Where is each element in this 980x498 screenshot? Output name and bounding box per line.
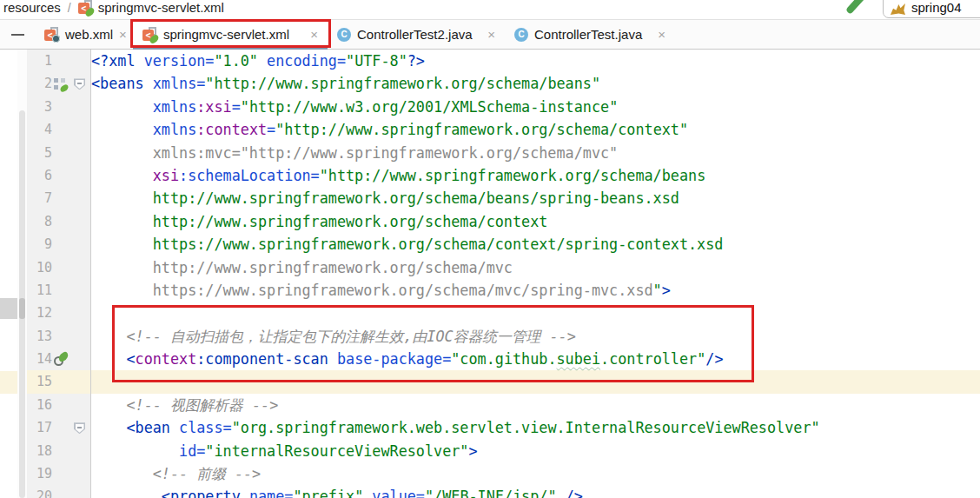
line-number: 16 <box>27 394 52 416</box>
code-segment: "http://www.springframework.org/schema/b… <box>205 75 600 92</box>
line-number: 13 <box>27 325 52 348</box>
code-segment <box>91 396 126 414</box>
gutter-row: 2 <box>27 72 90 95</box>
breadcrumb-separator: / <box>66 1 73 15</box>
tomcat-icon <box>891 3 905 15</box>
xml-web-icon <box>44 27 59 42</box>
code-segment: <bean <box>126 419 179 436</box>
tab-close-icon[interactable]: × <box>310 28 318 41</box>
spring-beans-icon[interactable] <box>54 77 68 91</box>
tab-controllertest2-java[interactable]: ControllerTest2.java× <box>328 20 505 49</box>
editor-gutter: 1234567891011121314151617181920 <box>27 50 91 498</box>
code-segment: https://www.springframework.org/schema/m… <box>91 282 653 299</box>
line-number: 20 <box>27 485 52 498</box>
gutter-row: 1 <box>27 50 90 72</box>
code-segment: xsi <box>153 167 179 184</box>
code-segment: "prefix" <box>293 488 363 498</box>
code-segment <box>91 488 162 498</box>
code-segment: id= <box>179 442 205 460</box>
code-segment <box>91 121 153 138</box>
hide-tabs-button[interactable] <box>0 20 35 49</box>
code-line: <!-- 自动扫描包，让指定包下的注解生效,由IOC容器统一管理 --> <box>91 325 980 348</box>
code-line: <!-- 视图解析器 --> <box>91 394 980 416</box>
run-config-select[interactable]: spring04 <box>883 0 980 18</box>
gutter-row: 8 <box>27 210 90 233</box>
code-segment: <!-- 自动扫描包，让指定包下的注解生效,由IOC容器统一管理 --> <box>126 328 575 345</box>
breadcrumb-item[interactable]: springmvc-servlet.xml <box>98 0 224 15</box>
code-segment <box>91 350 126 368</box>
fold-marker-icon[interactable] <box>74 78 85 90</box>
code-segment: subei <box>557 350 601 368</box>
code-line: id="internalResourceViewResolver"> <box>91 440 980 462</box>
code-line: http://www.springframework.org/schema/be… <box>91 187 980 209</box>
code-segment <box>91 442 179 460</box>
code-segment: http://www.springframework.org/schema/mv… <box>91 259 513 276</box>
active-tab-underline <box>133 46 328 50</box>
tab-close-icon[interactable]: × <box>487 28 495 41</box>
code-segment <box>91 465 153 482</box>
code-segment: /> <box>705 350 723 368</box>
fold-marker-icon[interactable] <box>74 422 85 434</box>
code-segment: :xsi <box>196 98 231 116</box>
code-segment: < <box>126 350 135 368</box>
code-segment: https://www.springframework.org/schema/c… <box>91 236 723 253</box>
tab-bar: web.xml×springmvc-servlet.xml×Controller… <box>0 19 980 50</box>
tab-label: springmvc-servlet.xml <box>163 27 304 42</box>
code-segment: :component-scan <box>196 350 337 368</box>
line-number: 18 <box>27 440 52 462</box>
code-segment <box>91 167 153 184</box>
code-segment: "1.0" <box>214 52 258 70</box>
spring-scan-icon[interactable] <box>54 353 68 367</box>
code-segment: "http://www.springframework.org/schema/c… <box>275 121 688 138</box>
gutter-row: 3 <box>27 96 90 118</box>
code-segment: "http://www.springframework.org/schema/b… <box>320 167 706 184</box>
tab-list: web.xml×springmvc-servlet.xml×Controller… <box>35 20 675 49</box>
code-segment: > <box>662 282 671 299</box>
tab-close-icon[interactable]: × <box>658 28 665 41</box>
code-line: <property name="prefix" value="/WEB-INF/… <box>91 485 980 498</box>
code-segment: "UTF-8" <box>346 52 407 70</box>
code-segment: version= <box>144 52 215 70</box>
gutter-row: 5 <box>27 142 90 164</box>
code-segment: " <box>653 282 662 299</box>
line-number: 12 <box>27 302 52 324</box>
code-line: xsi:schemaLocation="http://www.springfra… <box>91 164 980 187</box>
code-line: <context:component-scan base-package="co… <box>91 348 980 370</box>
project-tree-selection-fragment <box>0 298 17 319</box>
line-number: 8 <box>27 210 52 233</box>
code-segment: base-package= <box>337 350 451 368</box>
code-line <box>91 302 980 324</box>
tab-close-icon[interactable]: × <box>119 28 127 41</box>
gutter-row: 13 <box>27 325 90 348</box>
gutter-row: 14 <box>27 348 90 370</box>
code-area[interactable]: <?xml version="1.0" encoding="UTF-8"?><b… <box>91 50 980 498</box>
code-line: <!-- 前缀 --> <box>91 462 980 485</box>
line-number: 11 <box>27 279 52 302</box>
code-segment: xmlns <box>153 121 197 138</box>
code-segment: = <box>232 98 241 116</box>
code-segment: > <box>468 442 477 460</box>
code-segment: "internalResourceViewResolver" <box>205 442 468 460</box>
code-segment: <?xml <box>91 52 144 70</box>
tab-label: ControllerTest.java <box>534 27 652 42</box>
code-segment: .controller" <box>600 350 705 368</box>
editor: 1234567891011121314151617181920 <?xml ve… <box>0 50 980 498</box>
code-segment <box>91 98 153 116</box>
tab-controllertest-java[interactable]: ControllerTest.java× <box>505 20 675 49</box>
tab-springmvc-servlet-xml[interactable]: springmvc-servlet.xml× <box>133 20 328 49</box>
line-number: 14 <box>27 348 52 370</box>
code-segment: xmlns:mvc="http://www.springframework.or… <box>91 144 618 162</box>
tab-web-xml[interactable]: web.xml× <box>35 20 133 49</box>
line-number: 10 <box>27 256 52 279</box>
code-segment <box>258 52 267 70</box>
line-number: 4 <box>27 118 52 141</box>
gutter-row: 15 <box>27 370 90 393</box>
code-segment: xmlns <box>153 98 197 116</box>
build-icon[interactable] <box>844 0 871 17</box>
line-number: 5 <box>27 142 52 164</box>
breadcrumb-item[interactable]: resources <box>3 0 61 15</box>
code-line: https://www.springframework.org/schema/c… <box>91 233 980 256</box>
code-segment: "com.github. <box>451 350 556 368</box>
breadcrumb: resources/springmvc-servlet.xml <box>0 0 980 19</box>
code-segment: <property <box>162 488 249 498</box>
